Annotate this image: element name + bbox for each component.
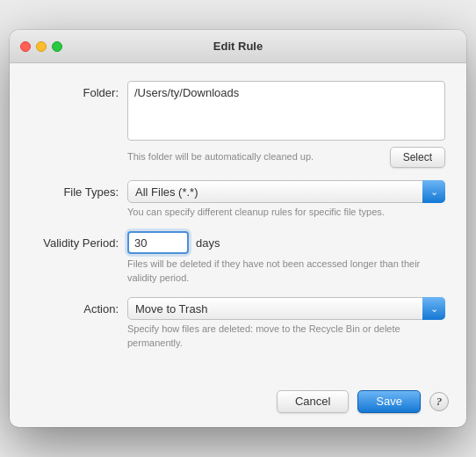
- footer: Cancel Save ?: [10, 380, 466, 427]
- days-label: days: [196, 236, 220, 250]
- folder-hint: This folder will be automatically cleane…: [127, 150, 383, 163]
- action-hint: Specify how files are deleted: move to t…: [127, 323, 445, 350]
- file-types-select[interactable]: All Files (*.*) Images Documents Videos …: [127, 180, 445, 203]
- minimize-button[interactable]: [36, 41, 47, 52]
- select-button[interactable]: Select: [390, 147, 445, 168]
- folder-label: Folder:: [31, 81, 127, 99]
- validity-input-group: days: [127, 231, 445, 254]
- save-button[interactable]: Save: [357, 390, 421, 413]
- action-dropdown-container: Move to Trash Delete Permanently ⌄: [127, 297, 445, 320]
- file-types-control-group: All Files (*.*) Images Documents Videos …: [127, 180, 445, 219]
- dialog-window: Edit Rule Folder: This folder will be au…: [10, 30, 466, 427]
- validity-period-label: Validity Period:: [31, 231, 127, 250]
- file-types-dropdown-container: All Files (*.*) Images Documents Videos …: [127, 180, 445, 203]
- validity-hint: Files will be deleted if they have not b…: [127, 258, 445, 285]
- action-row: Action: Move to Trash Delete Permanently…: [31, 297, 445, 350]
- help-button[interactable]: ?: [429, 392, 449, 411]
- window-title: Edit Rule: [213, 40, 263, 53]
- cancel-button[interactable]: Cancel: [277, 390, 349, 413]
- file-types-row: File Types: All Files (*.*) Images Docum…: [31, 180, 445, 219]
- close-button[interactable]: [20, 41, 31, 52]
- action-label: Action:: [31, 297, 127, 316]
- action-select[interactable]: Move to Trash Delete Permanently: [127, 297, 445, 320]
- validity-input[interactable]: [127, 231, 189, 254]
- file-types-hint: You can specify different cleanup rules …: [127, 206, 445, 219]
- folder-row-bottom: This folder will be automatically cleane…: [127, 147, 445, 168]
- action-control-group: Move to Trash Delete Permanently ⌄ Speci…: [127, 297, 445, 350]
- folder-textarea[interactable]: [127, 81, 445, 141]
- validity-period-row: Validity Period: days Files will be dele…: [31, 231, 445, 285]
- folder-row: Folder: This folder will be automaticall…: [31, 81, 445, 168]
- title-bar: Edit Rule: [10, 30, 466, 63]
- validity-period-control-group: days Files will be deleted if they have …: [127, 231, 445, 285]
- form-content: Folder: This folder will be automaticall…: [10, 63, 466, 380]
- file-types-label: File Types:: [31, 180, 127, 199]
- folder-control-group: This folder will be automatically cleane…: [127, 81, 445, 168]
- traffic-lights: [20, 41, 62, 52]
- maximize-button[interactable]: [52, 41, 62, 52]
